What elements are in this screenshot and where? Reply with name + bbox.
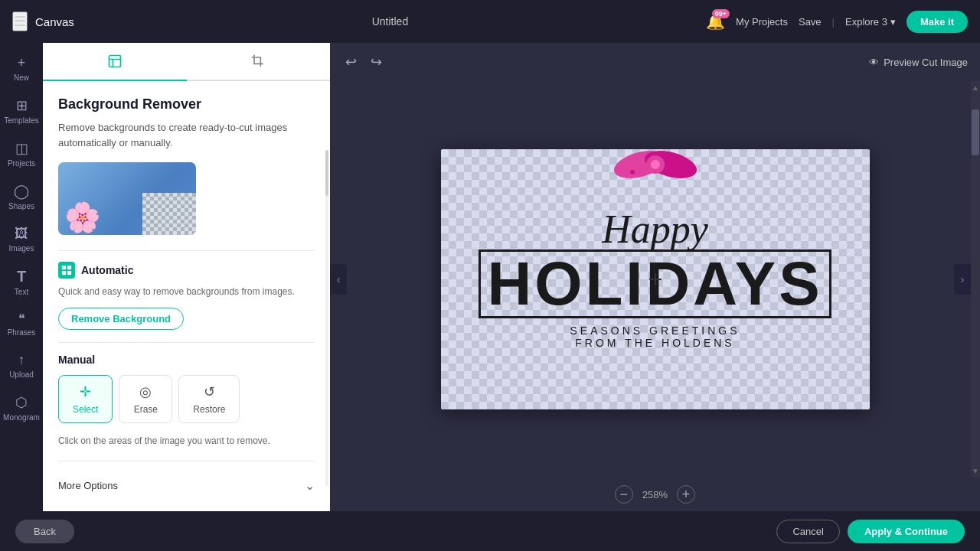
- panel-scrollbar[interactable]: [325, 150, 328, 487]
- sidebar-item-label: Shapes: [8, 202, 34, 210]
- panel-tabs: [43, 43, 330, 81]
- more-options-label: More Options: [58, 480, 118, 491]
- section-divider-2: [58, 342, 315, 343]
- projects-icon: ◫: [15, 140, 28, 157]
- document-title[interactable]: Untitled: [372, 15, 408, 28]
- sidebar-item-label: Images: [9, 244, 34, 253]
- upload-icon: ↑: [18, 352, 25, 368]
- select-icon: ✛: [80, 383, 91, 400]
- canvas-area: ↩ ↪ 👁 Preview Cut Image: [330, 43, 980, 511]
- sidebar-item-label: Phrases: [8, 328, 36, 337]
- svg-rect-1: [62, 266, 66, 269]
- sidebar-item-monogram[interactable]: ⬡ Monogram: [2, 388, 41, 428]
- zoom-in-button[interactable]: +: [677, 485, 695, 504]
- canvas-scroll-left-button[interactable]: ‹: [330, 264, 347, 295]
- panel-description: Remove backgrounds to create ready-to-cu…: [58, 120, 315, 150]
- my-projects-button[interactable]: My Projects: [736, 16, 788, 28]
- tab-background-remover[interactable]: [43, 43, 187, 81]
- cancel-button[interactable]: Cancel: [776, 520, 839, 543]
- sidebar-item-text[interactable]: T Text: [2, 262, 41, 302]
- bottom-actions: Cancel Apply & Continue: [776, 520, 965, 543]
- scroll-thumb[interactable]: [972, 109, 979, 155]
- panel-scrollbar-thumb[interactable]: [325, 150, 328, 196]
- holidays-text: HOLIDAYS: [479, 249, 831, 318]
- erase-label: Erase: [134, 404, 158, 415]
- restore-label: Restore: [193, 404, 225, 415]
- divider: |: [832, 16, 835, 28]
- scroll-up-arrow[interactable]: ▲: [971, 81, 980, 94]
- automatic-section: Automatic Quick and easy way to remove b…: [58, 262, 315, 330]
- make-it-button[interactable]: Make it: [906, 11, 968, 33]
- eye-icon: 👁: [869, 57, 879, 68]
- automatic-label: Automatic: [81, 264, 133, 276]
- sidebar-item-label: Upload: [9, 370, 34, 379]
- shapes-icon: ◯: [14, 183, 29, 200]
- zoom-bar: − 258% +: [330, 478, 980, 511]
- seasons-text: SEASONS GREETINGS: [570, 324, 740, 337]
- manual-section: Manual ✛ Select ◎ Erase ↺ Restore Cl: [58, 354, 315, 448]
- notification-badge: 99+: [712, 9, 730, 18]
- phrases-icon: ❝: [18, 311, 25, 326]
- explore-button[interactable]: Explore 3 ▾: [845, 16, 896, 28]
- remove-background-button[interactable]: Remove Background: [58, 308, 184, 330]
- sidebar-item-images[interactable]: 🖼 Images: [2, 220, 41, 259]
- notification-button[interactable]: 🔔 99+: [706, 12, 725, 31]
- more-options-row[interactable]: More Options ⌄: [58, 472, 315, 499]
- bottom-bar: Back Cancel Apply & Continue: [0, 511, 980, 551]
- sidebar-item-projects[interactable]: ◫ Projects: [2, 134, 41, 174]
- automatic-icon: [58, 262, 75, 279]
- sidebar-item-label: Text: [15, 288, 28, 296]
- zoom-level: 258%: [642, 489, 668, 500]
- manual-tools: ✛ Select ◎ Erase ↺ Restore: [58, 375, 315, 423]
- sidebar-item-phrases[interactable]: ❝ Phrases: [2, 305, 41, 343]
- canvas-image[interactable]: Happy HOLIDAYS SEASONS GREETINGS FROM TH…: [441, 149, 870, 409]
- monogram-icon: ⬡: [15, 394, 28, 411]
- automatic-description: Quick and easy way to remove backgrounds…: [58, 285, 315, 298]
- hamburger-menu-button[interactable]: ☰: [12, 11, 28, 31]
- panel: Background Remover Remove backgrounds to…: [43, 43, 330, 511]
- sidebar-item-label: New: [14, 73, 29, 82]
- scroll-down-arrow[interactable]: ▼: [971, 465, 980, 478]
- new-icon: +: [18, 55, 26, 71]
- zoom-out-button[interactable]: −: [615, 485, 633, 504]
- section-divider: [58, 250, 315, 251]
- undo-button[interactable]: ↩: [342, 51, 360, 73]
- images-icon: 🖼: [15, 226, 28, 242]
- redo-button[interactable]: ↪: [368, 51, 385, 73]
- manual-hint: Click on the areas of the image you want…: [58, 434, 315, 448]
- manual-label: Manual: [58, 354, 315, 366]
- svg-rect-3: [62, 271, 66, 275]
- panel-content: Background Remover Remove backgrounds to…: [43, 81, 330, 511]
- tab-crop[interactable]: [187, 43, 331, 81]
- sidebar-item-label: Monogram: [3, 413, 40, 422]
- canvas-vertical-scrollbar[interactable]: ▲ ▼: [971, 81, 980, 478]
- sidebar-item-label: Templates: [4, 116, 39, 125]
- erase-icon: ◎: [139, 383, 152, 400]
- sidebar-item-templates[interactable]: ⊞ Templates: [2, 91, 41, 131]
- panel-title: Background Remover: [58, 96, 315, 112]
- app-name: Canvas: [35, 15, 74, 28]
- left-sidebar: + New ⊞ Templates ◫ Projects ◯ Shapes 🖼 …: [0, 43, 43, 511]
- svg-rect-2: [67, 266, 71, 269]
- back-button[interactable]: Back: [15, 520, 74, 543]
- select-label: Select: [73, 404, 98, 415]
- canvas-viewport[interactable]: Happy HOLIDAYS SEASONS GREETINGS FROM TH…: [330, 81, 980, 478]
- canvas-scroll-right-button[interactable]: ›: [954, 264, 971, 295]
- save-button[interactable]: Save: [799, 16, 822, 28]
- sidebar-item-label: Projects: [8, 159, 35, 168]
- from-text: FROM THE HOLDENS: [575, 337, 734, 349]
- preview-cut-button[interactable]: 👁 Preview Cut Image: [869, 57, 968, 68]
- svg-rect-0: [109, 56, 120, 67]
- topbar: ☰ Canvas Untitled 🔔 99+ My Projects Save…: [0, 0, 980, 43]
- section-divider-3: [58, 461, 315, 461]
- sidebar-item-new[interactable]: + New: [2, 49, 41, 88]
- erase-tool-button[interactable]: ◎ Erase: [119, 375, 172, 423]
- select-tool-button[interactable]: ✛ Select: [58, 375, 113, 423]
- restore-tool-button[interactable]: ↺ Restore: [178, 375, 240, 423]
- sidebar-item-shapes[interactable]: ◯ Shapes: [2, 177, 41, 217]
- sidebar-item-upload[interactable]: ↑ Upload: [2, 346, 41, 385]
- chevron-down-icon: ⌄: [305, 478, 315, 493]
- templates-icon: ⊞: [16, 97, 28, 114]
- text-icon: T: [17, 268, 26, 285]
- apply-continue-button[interactable]: Apply & Continue: [848, 520, 965, 543]
